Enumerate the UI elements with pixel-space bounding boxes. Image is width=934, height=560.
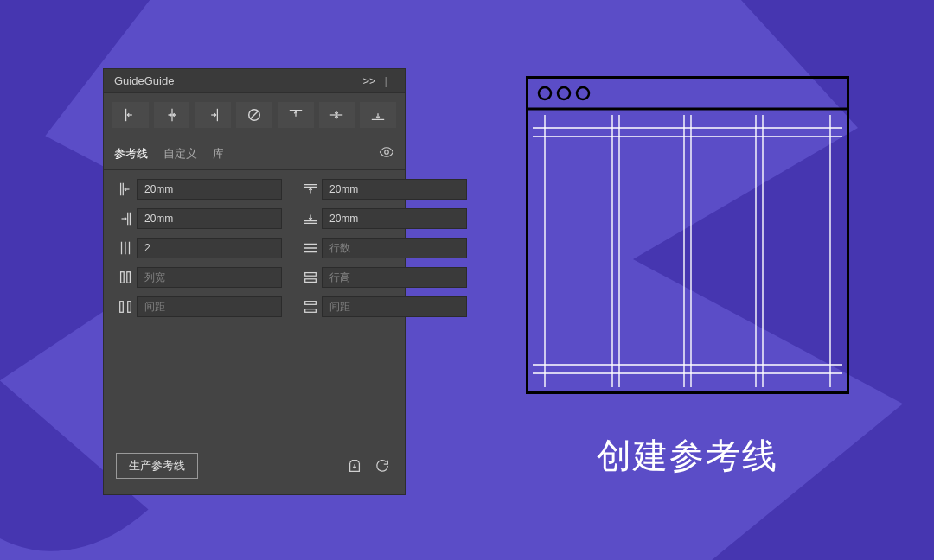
- svg-rect-3: [127, 272, 131, 283]
- svg-rect-5: [305, 279, 317, 283]
- guide-left-edge-button[interactable]: [112, 102, 149, 128]
- svg-rect-9: [305, 309, 317, 313]
- panel-title: GuideGuide: [114, 74, 174, 87]
- field-bottom-margin: [299, 208, 467, 229]
- svg-point-12: [539, 87, 551, 99]
- field-columns: [114, 238, 282, 258]
- bottom-margin-input[interactable]: [322, 208, 467, 229]
- guide-vertical-center-button[interactable]: [154, 102, 190, 128]
- svg-rect-8: [305, 302, 317, 305]
- left-margin-input[interactable]: [137, 179, 282, 200]
- field-column-gutter: [114, 296, 282, 317]
- row-height-icon: [299, 267, 322, 288]
- collapse-button[interactable]: >>: [362, 74, 375, 87]
- guide-top-edge-button[interactable]: [278, 102, 314, 128]
- top-margin-input[interactable]: [322, 179, 467, 200]
- fields-grid: [104, 170, 405, 326]
- promo-caption: 创建参考线: [526, 432, 849, 480]
- panel-toolbar: [104, 92, 405, 137]
- top-margin-icon: [299, 179, 322, 200]
- field-rows: [299, 238, 467, 258]
- column-width-icon: [114, 267, 137, 288]
- field-right-margin: [114, 208, 282, 229]
- field-row-gutter: [299, 296, 467, 317]
- svg-point-14: [577, 87, 589, 99]
- svg-rect-7: [128, 302, 131, 313]
- svg-rect-4: [305, 273, 317, 277]
- guides-preview-window: [526, 76, 849, 394]
- save-set-icon[interactable]: [344, 455, 365, 476]
- left-margin-icon: [114, 179, 137, 200]
- field-left-margin: [114, 179, 282, 200]
- guide-horizontal-center-button[interactable]: [319, 102, 355, 128]
- svg-point-1: [385, 150, 389, 155]
- refresh-icon[interactable]: [372, 455, 393, 476]
- right-margin-input[interactable]: [137, 208, 282, 229]
- guideguide-panel: GuideGuide >> | 参考: [104, 69, 405, 494]
- column-gutter-input[interactable]: [137, 296, 282, 317]
- field-column-width: [114, 267, 282, 288]
- guide-bottom-edge-button[interactable]: [360, 102, 396, 128]
- visibility-toggle-icon[interactable]: [379, 144, 394, 162]
- column-width-input[interactable]: [137, 267, 282, 288]
- clear-guides-button[interactable]: [236, 102, 272, 128]
- column-gutter-icon: [114, 296, 137, 317]
- columns-icon: [114, 238, 137, 258]
- panel-tabs: 参考线 自定义 库: [104, 137, 405, 170]
- panel-footer: 生产参考线: [104, 441, 405, 494]
- header-separator: |: [385, 74, 387, 87]
- rows-icon: [299, 238, 322, 258]
- guide-right-edge-button[interactable]: [195, 102, 231, 128]
- right-margin-icon: [114, 208, 137, 229]
- svg-rect-6: [120, 302, 124, 313]
- field-top-margin: [299, 179, 467, 200]
- row-gutter-input[interactable]: [322, 296, 467, 317]
- columns-input[interactable]: [137, 238, 282, 258]
- svg-rect-2: [121, 272, 125, 283]
- generate-guides-button[interactable]: 生产参考线: [116, 453, 198, 479]
- tab-library[interactable]: 库: [213, 146, 224, 162]
- row-gutter-icon: [299, 296, 322, 317]
- tab-custom[interactable]: 自定义: [163, 146, 197, 162]
- row-height-input[interactable]: [322, 267, 467, 288]
- rows-input[interactable]: [322, 238, 467, 258]
- svg-rect-10: [528, 78, 848, 393]
- field-row-height: [299, 267, 467, 288]
- panel-header: GuideGuide >> |: [104, 69, 405, 92]
- svg-point-13: [558, 87, 570, 99]
- bottom-margin-icon: [299, 208, 322, 229]
- tab-guides[interactable]: 参考线: [114, 146, 148, 162]
